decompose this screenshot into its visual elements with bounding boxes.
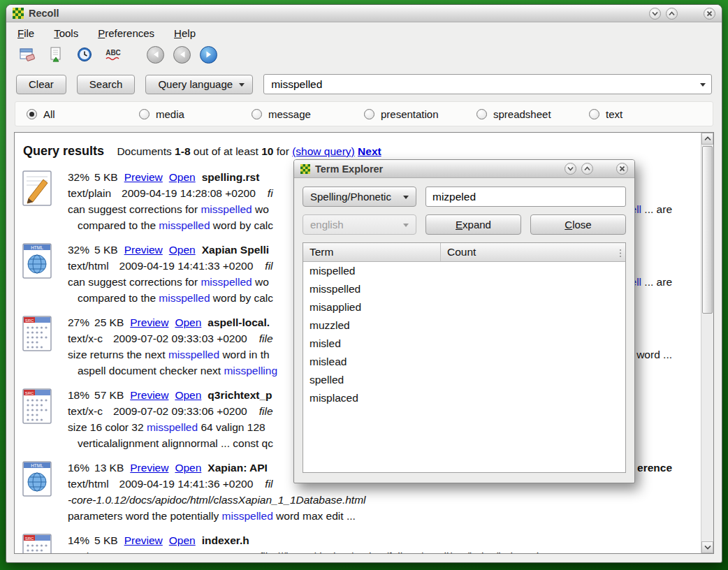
search-history-dropdown[interactable] [694,75,711,94]
term-row[interactable]: misplaced [303,389,625,407]
filter-text[interactable]: text [589,108,701,120]
svg-text:HTML: HTML [31,245,43,250]
close-button[interactable] [704,8,715,20]
menu-help[interactable]: Help [174,27,196,39]
close-icon [706,10,713,17]
term-input[interactable] [425,187,626,207]
dialog-shade-button[interactable] [565,163,576,175]
term-column-header[interactable]: Term [303,243,441,261]
recoll-app-icon [300,164,310,174]
term-row[interactable]: mispelled [303,262,625,280]
search-row: Clear Search Query language [6,70,722,100]
open-link[interactable]: Open [169,244,196,256]
snippet-fragment: ell ... are [631,201,672,217]
expand-button[interactable]: Expand [425,214,521,235]
file-size: 25 KB [94,316,124,328]
scroll-up-button[interactable] [701,133,713,145]
search-button[interactable]: Search [77,75,136,94]
query-language-combo[interactable]: Query language [145,75,253,94]
chevron-down-icon [567,165,574,173]
chevron-down-icon [700,83,706,87]
relevance: 32% [68,244,89,256]
menu-tools[interactable]: Tools [54,27,78,39]
preview-link[interactable]: Preview [124,171,163,183]
scrollbar-thumb[interactable] [702,146,713,314]
filter-presentation[interactable]: presentation [364,108,476,120]
history-button[interactable] [72,43,97,66]
dialog-titlebar: Term Explorer [294,160,634,178]
menu-preferences[interactable]: Preferences [98,27,154,39]
radio-icon [139,109,150,119]
spellcheck-abc-icon: ABC [104,46,122,63]
term-table-header[interactable]: Term Count [303,243,625,262]
open-link[interactable]: Open [169,534,196,546]
close-icon [618,165,626,173]
maximize-button[interactable] [666,8,678,20]
count-column-header[interactable]: Count [441,243,625,261]
filter-spreadsheet[interactable]: spreadsheet [476,108,589,120]
clear-search-button[interactable] [15,43,40,66]
chevron-up-icon [704,136,711,141]
svg-text:ABC: ABC [105,49,121,57]
start-search-button[interactable] [43,43,68,66]
result-title: Xapian Spelli [202,244,269,256]
show-query-link[interactable]: (show query) [292,145,355,157]
svg-text:SRC: SRC [25,536,34,541]
scroll-down-button[interactable] [701,541,713,553]
preview-link[interactable]: Preview [130,316,168,328]
term-row[interactable]: misapplied [303,298,625,316]
language-combo: english [303,214,416,235]
results-scrollbar[interactable] [701,133,713,553]
open-link[interactable]: Open [175,389,201,401]
toolbar: ABC [6,42,722,70]
relevance: 32% [68,171,89,183]
term-table: Term Count mispelled misspelled misappli… [303,242,626,473]
dialog-close-button[interactable] [616,163,628,175]
next-page-button[interactable] [200,46,217,64]
term-row[interactable]: misled [303,335,625,353]
prev-page-button[interactable] [173,46,191,64]
preview-link[interactable]: Preview [124,244,163,256]
term-row[interactable]: spelled [303,371,625,389]
filter-message[interactable]: message [252,108,364,120]
search-input[interactable] [264,78,694,91]
term-explorer-button[interactable]: ABC [101,43,126,66]
open-link[interactable]: Open [175,316,201,328]
term-row[interactable]: misspelled [303,280,625,298]
source-file-icon: SRC [22,387,57,451]
menu-file[interactable]: File [17,27,34,39]
results-header: Query results Documents 1-8 out of at le… [23,144,696,159]
preview-link[interactable]: Preview [130,462,168,474]
term-explorer-dialog: Term Explorer Spelling/Phonetic english … [293,159,635,483]
textfile-icon [22,169,57,233]
term-row[interactable]: muzzled [303,316,625,335]
open-link[interactable]: Open [175,462,201,474]
arrow-left-icon [151,50,161,59]
arrow-left-icon [177,50,187,59]
chevron-down-icon [403,196,409,199]
file-size: 5 KB [94,244,118,256]
svg-text:SRC: SRC [25,391,34,395]
result-title: q3richtext_p [208,389,272,401]
term-row[interactable]: mislead [303,353,625,371]
close-button[interactable]: Close [530,214,626,235]
filter-all[interactable]: All [27,108,139,120]
dialog-title: Term Explorer [315,163,383,175]
next-page-link[interactable]: Next [358,145,381,157]
open-link[interactable]: Open [169,171,196,183]
chevron-down-icon [651,10,659,17]
first-page-button[interactable] [147,46,164,64]
expansion-mode-combo[interactable]: Spelling/Phonetic [303,187,416,207]
shade-button[interactable] [649,8,661,20]
filter-row: All media message presentation spreadshe… [15,101,713,126]
preview-link[interactable]: Preview [130,389,168,401]
html-file-icon: HTML [22,242,57,306]
dialog-maximize-button[interactable] [581,163,593,175]
radio-icon [476,109,487,119]
column-options-icon[interactable] [619,248,622,261]
clear-button[interactable]: Clear [16,75,66,94]
filter-media[interactable]: media [139,108,252,120]
svg-text:HTML: HTML [31,463,43,468]
result-title: aspell-local. [208,316,270,328]
preview-link[interactable]: Preview [124,534,163,546]
